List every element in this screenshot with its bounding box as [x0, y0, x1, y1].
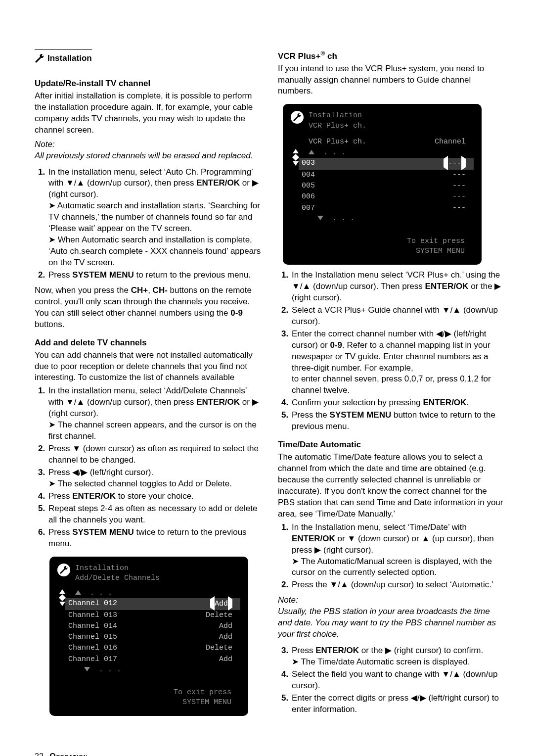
- osd-row: Channel 017Add: [65, 654, 240, 665]
- result-text: The Time/date Automatic screen is displa…: [292, 657, 504, 668]
- steps-list: In the Installation menu, select ‘Time/D…: [278, 522, 504, 591]
- note-text: Note: Usually, the PBS station in your a…: [278, 595, 504, 640]
- osd-footer-line: To exit press: [291, 236, 465, 246]
- osd-row: 005---: [299, 181, 474, 191]
- list-item: Enter the correct channel number with ◀/…: [291, 329, 504, 397]
- nav-arrows: [293, 149, 299, 224]
- body-text: You can add channels that were not insta…: [35, 350, 261, 384]
- body-text: After initial installation is complete, …: [35, 91, 261, 136]
- list-item: Select the field you want to change with…: [291, 669, 504, 692]
- steps-list: In the installation menu, select ‘Auto C…: [35, 167, 261, 281]
- list-item: Enter the correct digits or press ◀/▶ (l…: [291, 693, 504, 715]
- nav-arrows: [59, 589, 65, 675]
- steps-list: In the installation menu, select ‘Add/De…: [35, 385, 261, 549]
- osd-subtitle: VCR Plus+ ch.: [309, 121, 366, 131]
- steps-list: In the Installation menu select ‘VCR Plu…: [278, 270, 504, 432]
- steps-list: Press ENTER/OK or the ▶ (right cursor) t…: [278, 645, 504, 715]
- body-text: If you intend to use the VCR Plus+ syste…: [278, 63, 504, 97]
- left-column: Installation Update/Re-install TV channe…: [35, 49, 261, 732]
- list-item: Press the SYSTEM MENU button twice to re…: [291, 410, 504, 432]
- list-item: In the Installation menu, select ‘Time/D…: [291, 522, 504, 579]
- heading-time-date: Time/Date Automatic: [278, 439, 504, 451]
- wrench-icon: [291, 111, 304, 124]
- list-item: Press ENTER/OK to store your choice.: [47, 491, 261, 502]
- osd-footer-line: To exit press: [57, 688, 231, 698]
- result-text: The Automatic/Manual screen is displayed…: [292, 556, 504, 579]
- section-label: Operation: [49, 752, 88, 756]
- body-text: The automatic Time/Date feature allows y…: [278, 452, 504, 520]
- osd-footer-line: SYSTEM MENU: [57, 698, 231, 708]
- result-text: Automatic search and installation starts…: [48, 200, 261, 235]
- osd-row: 006---: [299, 191, 474, 202]
- result-text: The channel screen appears, and the curs…: [48, 420, 261, 442]
- page-footer: 22 Operation: [0, 752, 534, 756]
- wrench-icon: [57, 564, 70, 576]
- list-item: In the Installation menu select ‘VCR Plu…: [291, 270, 504, 304]
- heading-add-delete: Add and delete TV channels: [35, 337, 261, 349]
- result-text: The selected channel toggles to Add or D…: [48, 478, 261, 490]
- list-item: Select a VCR Plus+ Guide channel with ▼/…: [291, 305, 504, 328]
- right-column: VCR Plus+® ch If you intend to use the V…: [278, 49, 504, 732]
- osd-title: Installation: [75, 564, 160, 573]
- list-item: Press ◀/▶ (left/right cursor). The selec…: [47, 467, 261, 490]
- osd-row: Channel 012 Add: [65, 598, 240, 610]
- osd-row: 003 ---: [299, 158, 474, 169]
- result-text: When Automatic search and installation i…: [48, 235, 261, 269]
- list-item: Repeat steps 2-4 as often as necessary t…: [47, 503, 261, 526]
- osd-title: Installation: [309, 111, 366, 121]
- note-text: Note: All previously stored channels wil…: [35, 139, 261, 162]
- list-item: Press ENTER/OK or the ▶ (right cursor) t…: [291, 645, 504, 668]
- heading-vcr-plus: VCR Plus+® ch: [278, 49, 504, 62]
- list-item: Confirm your selection by pressing ENTER…: [291, 397, 504, 409]
- osd-col-header: VCR Plus+ ch.: [309, 137, 366, 147]
- osd-row: Channel 016Delete: [65, 643, 240, 654]
- osd-add-delete-channels: Installation Add/Delete Channels . . .Ch…: [49, 557, 248, 716]
- list-item: Press SYSTEM MENU to return to the previ…: [47, 270, 261, 281]
- list-item: Press SYSTEM MENU twice to return to the…: [47, 527, 261, 550]
- osd-row: 007---: [299, 203, 474, 214]
- osd-subtitle: Add/Delete Channels: [75, 573, 160, 583]
- osd-row: Channel 014Add: [65, 621, 240, 632]
- heading-update-reinstall: Update/Re-install TV channel: [35, 78, 261, 90]
- section-header: Installation: [35, 49, 92, 64]
- page-number: 22: [35, 752, 44, 756]
- osd-row: Channel 015Add: [65, 632, 240, 643]
- wrench-icon: [35, 53, 44, 63]
- list-item: Press ▼ (down cursor) as often as requir…: [47, 443, 261, 466]
- list-item: In the installation menu, select ‘Add/De…: [47, 385, 261, 442]
- list-item: In the installation menu, select ‘Auto C…: [47, 167, 261, 269]
- body-text: Now, when you press the CH+, CH- buttons…: [35, 285, 261, 331]
- osd-vcr-plus: Installation VCR Plus+ ch. VCR Plus+ ch.…: [283, 104, 482, 265]
- osd-row: 004---: [299, 170, 474, 181]
- section-title: Installation: [47, 53, 92, 64]
- osd-footer-line: SYSTEM MENU: [291, 246, 465, 256]
- osd-row: Channel 013Delete: [65, 610, 240, 621]
- osd-col-header: Channel: [435, 137, 466, 147]
- list-item: Press the ▼/▲ (down/up cursor) to select…: [291, 579, 504, 591]
